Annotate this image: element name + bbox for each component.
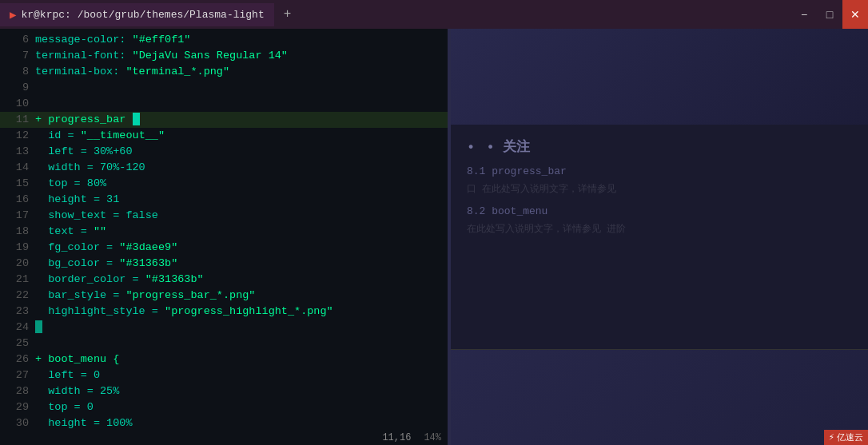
- code-line-26: 26 + boot_menu {: [0, 352, 448, 368]
- code-line-24: 24: [0, 320, 448, 336]
- maximize-button[interactable]: □: [817, 0, 842, 29]
- right-bottom-image: [451, 349, 868, 445]
- code-line-14: 14 width = 70%-120: [0, 160, 448, 176]
- code-line-19: 19 fg_color = "#3daee9": [0, 240, 448, 256]
- code-line-13: 13 left = 30%+60: [0, 144, 448, 160]
- code-line-8: 8 terminal-box: "terminal_*.png": [0, 64, 448, 80]
- brand-icon: ⚡: [829, 431, 834, 443]
- main-heading: • • 关注: [467, 137, 852, 156]
- code-line-9: 9: [0, 80, 448, 96]
- brand-area: ⚡ 亿速云: [824, 430, 868, 445]
- cursor-2: [35, 320, 42, 333]
- code-line-21: 21 border_color = "#31363b": [0, 272, 448, 288]
- right-panel: • • 关注 8.1 progress_bar 口 在此处写入说明文字，详情参见…: [451, 29, 868, 445]
- terminal-tab[interactable]: ▶ kr@krpc: /boot/grub/themes/Plasma-ligh…: [0, 3, 274, 26]
- code-line-17: 17 show_text = false: [0, 208, 448, 224]
- code-line-28: 28 width = 25%: [0, 383, 448, 399]
- code-line-18: 18 text = "": [0, 224, 448, 240]
- bullet-icon: •: [467, 140, 475, 155]
- terminal-icon: ▶: [10, 8, 16, 22]
- code-line-11: 11 + progress_bar: [0, 112, 448, 128]
- brand-name: 亿速云: [837, 431, 863, 443]
- code-line-7: 7 terminal-font: "DejaVu Sans Regular 14…: [0, 48, 448, 64]
- code-line-16: 16 height = 31: [0, 192, 448, 208]
- code-editor[interactable]: 6 message-color: "#eff0f1" 7 terminal-fo…: [0, 29, 448, 431]
- titlebar: ▶ kr@krpc: /boot/grub/themes/Plasma-ligh…: [0, 0, 868, 29]
- code-line-30: 30 height = 100%: [0, 415, 448, 431]
- cursor: [133, 113, 140, 125]
- close-button[interactable]: ✕: [842, 0, 868, 29]
- code-line-25: 25: [0, 336, 448, 352]
- code-line-10: 10: [0, 96, 448, 112]
- scroll-percent: 14%: [424, 432, 441, 443]
- minimize-button[interactable]: −: [791, 0, 817, 29]
- right-top-image: [451, 29, 868, 125]
- right-content: • • 关注 8.1 progress_bar 口 在此处写入说明文字，详情参见…: [451, 125, 868, 349]
- code-line-27: 27 left = 0: [0, 368, 448, 383]
- code-line-20: 20 bg_color = "#31363b": [0, 256, 448, 272]
- tab-path: kr@krpc: /boot/grub/themes/Plasma-light: [21, 9, 264, 21]
- content-area: 6 message-color: "#eff0f1" 7 terminal-fo…: [0, 29, 868, 445]
- code-line-23: 23 highlight_style = "progress_highlight…: [0, 304, 448, 320]
- code-line-6: 6 message-color: "#eff0f1": [0, 32, 448, 48]
- section1-text: 口 在此处写入说明文字，详情参见: [467, 182, 852, 196]
- terminal-panel[interactable]: 6 message-color: "#eff0f1" 7 terminal-fo…: [0, 29, 448, 445]
- add-tab-button[interactable]: +: [274, 7, 301, 22]
- section2-title: 8.2 boot_menu: [467, 205, 852, 217]
- code-line-12: 12 id = "__timeout__": [0, 128, 448, 144]
- code-line-22: 22 bar_style = "progress_bar_*.png": [0, 288, 448, 304]
- section2-text: 在此处写入说明文字，详情参见 进阶: [467, 222, 852, 236]
- status-bar: 11,16 14%: [0, 431, 448, 445]
- code-line-29: 29 top = 0: [0, 399, 448, 415]
- section1-title: 8.1 progress_bar: [467, 165, 852, 177]
- cursor-position: 11,16: [382, 432, 411, 443]
- code-line-15: 15 top = 80%: [0, 176, 448, 192]
- brand-logo: ⚡ 亿速云: [824, 430, 868, 445]
- main-window: ▶ kr@krpc: /boot/grub/themes/Plasma-ligh…: [0, 0, 868, 445]
